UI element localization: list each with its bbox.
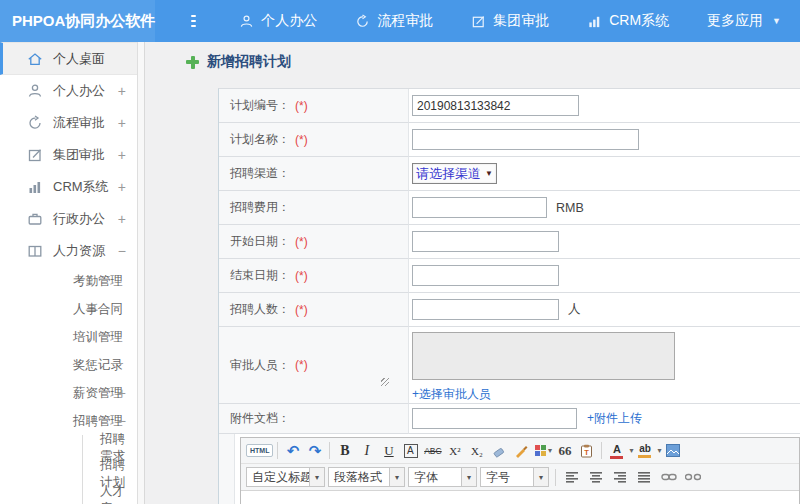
font-family-dropdown[interactable]: 字体 ▾ bbox=[408, 467, 477, 487]
underline-icon[interactable]: U bbox=[378, 441, 399, 461]
font-border-icon[interactable]: A bbox=[404, 444, 418, 458]
topnav-group-approval[interactable]: 集团审批 bbox=[471, 12, 549, 30]
sidebar-item-hr-contracts[interactable]: 人事合同 bbox=[0, 295, 137, 323]
sidebar-item-personal-desktop[interactable]: 个人桌面 bbox=[0, 42, 137, 75]
superscript-icon[interactable]: X² bbox=[444, 441, 465, 461]
field-value-cell: RMB bbox=[409, 191, 800, 225]
toolbar-separator bbox=[329, 442, 330, 459]
attachment-input[interactable] bbox=[412, 408, 577, 429]
textarea-resize-handle[interactable] bbox=[381, 378, 389, 386]
align-center-icon[interactable] bbox=[586, 467, 607, 487]
toolbar-separator bbox=[601, 442, 602, 459]
topnav-label: 集团审批 bbox=[493, 12, 549, 30]
plan-number-input[interactable] bbox=[412, 95, 579, 116]
expand-plus-icon[interactable]: + bbox=[118, 115, 126, 131]
format-brush-icon[interactable] bbox=[510, 441, 531, 461]
bold-icon[interactable]: B bbox=[334, 441, 355, 461]
custom-heading-dropdown[interactable]: 自定义标题 ▾ bbox=[246, 467, 325, 487]
edit-icon bbox=[27, 147, 44, 163]
align-left-icon[interactable] bbox=[562, 467, 583, 487]
subscript-icon[interactable]: X₂ bbox=[466, 441, 487, 461]
fee-input[interactable] bbox=[412, 197, 547, 218]
field-label-empty bbox=[219, 434, 235, 504]
end-date-input[interactable] bbox=[412, 265, 559, 286]
select-approvers-link[interactable]: +选择审批人员 bbox=[412, 386, 491, 403]
expand-plus-icon[interactable]: + bbox=[118, 83, 126, 99]
expand-plus-icon[interactable]: + bbox=[118, 211, 126, 227]
collapse-minus-icon[interactable]: − bbox=[118, 413, 126, 429]
paste-text-icon[interactable]: T bbox=[576, 441, 597, 461]
field-value-cell bbox=[409, 225, 800, 259]
font-size-dropdown[interactable]: 字号 ▾ bbox=[480, 467, 549, 487]
collapse-minus-icon[interactable]: − bbox=[118, 243, 126, 259]
topnav-process-approval[interactable]: 流程审批 bbox=[355, 12, 433, 30]
sidebar-item-label: 行政办公 bbox=[53, 210, 105, 228]
expand-plus-icon[interactable]: + bbox=[118, 147, 126, 163]
form-row-plan-name: 计划名称： (*) bbox=[219, 123, 800, 157]
sidebar-item-label: 集团审批 bbox=[53, 146, 105, 164]
field-label: 附件文档： bbox=[219, 404, 409, 434]
book-icon bbox=[27, 243, 44, 259]
required-mark: (*) bbox=[295, 133, 308, 147]
sidebar-item-process-approval[interactable]: 流程审批 + bbox=[0, 107, 137, 139]
top-header-bar: PHPOA协同办公软件 个人办公 流程审批 集团审批 CRM系统 更多应用 ▼ bbox=[0, 0, 800, 42]
sidebar-item-talent-pool[interactable]: 人才库 bbox=[0, 487, 137, 504]
form-row-approvers: 审批人员： (*) +选择审批人员 bbox=[219, 327, 800, 404]
align-right-icon[interactable] bbox=[610, 467, 631, 487]
field-value-cell: +附件上传 bbox=[409, 404, 800, 434]
plan-name-input[interactable] bbox=[412, 129, 639, 150]
topnav-more-apps[interactable]: 更多应用 ▼ bbox=[707, 12, 781, 30]
app-logo: PHPOA协同办公软件 bbox=[0, 0, 155, 42]
form-row-fee: 招聘费用： RMB bbox=[219, 191, 800, 225]
insert-image-icon[interactable] bbox=[662, 441, 683, 461]
align-justify-icon[interactable] bbox=[634, 467, 655, 487]
editor-content-area[interactable] bbox=[241, 491, 799, 504]
eraser-icon[interactable] bbox=[488, 441, 509, 461]
sidebar-item-crm-system[interactable]: CRM系统 + bbox=[0, 171, 137, 203]
redo-icon[interactable]: ↷ bbox=[304, 441, 325, 461]
insert-link-icon[interactable] bbox=[658, 467, 679, 487]
highlight-color-icon[interactable]: ab bbox=[634, 441, 655, 461]
strikethrough-icon[interactable]: ABC bbox=[422, 441, 443, 461]
sidebar-item-training-mgmt[interactable]: 培训管理 bbox=[0, 323, 137, 351]
process-icon bbox=[355, 14, 370, 29]
caret-down-icon: ▾ bbox=[309, 468, 324, 486]
sidebar-item-salary-mgmt[interactable]: 薪资管理 + bbox=[0, 379, 137, 407]
caret-down-icon: ▾ bbox=[548, 446, 552, 455]
sidebar-item-admin-office[interactable]: 行政办公 + bbox=[0, 203, 137, 235]
italic-icon[interactable]: I bbox=[356, 441, 377, 461]
paragraph-format-dropdown[interactable]: 段落格式 ▾ bbox=[328, 467, 405, 487]
start-date-input[interactable] bbox=[412, 231, 559, 252]
topnav-personal-office[interactable]: 个人办公 bbox=[239, 12, 317, 30]
sidebar-item-personal-office[interactable]: 个人办公 + bbox=[0, 75, 137, 107]
sidebar-scrollbar[interactable] bbox=[138, 42, 145, 504]
form-row-editor: HTML ↶ ↷ B I U A ABC X² X₂ ▾ bbox=[219, 434, 800, 504]
channel-select[interactable]: 请选择渠道 ▼ bbox=[412, 163, 497, 184]
sidebar-item-label: 个人办公 bbox=[53, 82, 105, 100]
process-icon bbox=[27, 115, 44, 131]
undo-icon[interactable]: ↶ bbox=[282, 441, 303, 461]
caret-down-icon: ▼ bbox=[485, 169, 493, 178]
sidebar-item-reward-records[interactable]: 奖惩记录 bbox=[0, 351, 137, 379]
sidebar-item-label: 流程审批 bbox=[53, 114, 105, 132]
fee-unit-label: RMB bbox=[556, 201, 584, 215]
field-label: 招聘费用： bbox=[219, 191, 409, 225]
font-color-icon[interactable]: A bbox=[606, 441, 627, 461]
expand-plus-icon[interactable]: + bbox=[118, 179, 126, 195]
blockquote-icon[interactable]: 66 bbox=[554, 441, 575, 461]
html-source-button[interactable]: HTML bbox=[246, 444, 273, 457]
sidebar-item-human-resources[interactable]: 人力资源 − bbox=[0, 235, 137, 267]
field-value-cell: HTML ↶ ↷ B I U A ABC X² X₂ ▾ bbox=[235, 434, 800, 504]
sidebar-item-group-approval[interactable]: 集团审批 + bbox=[0, 139, 137, 171]
sidebar-item-attendance-mgmt[interactable]: 考勤管理 bbox=[0, 267, 137, 295]
sidebar-item-label: 人才库 bbox=[100, 483, 137, 504]
approvers-textarea[interactable] bbox=[412, 332, 675, 380]
topnav-crm-system[interactable]: CRM系统 bbox=[587, 12, 669, 30]
expand-plus-icon[interactable]: + bbox=[118, 385, 126, 401]
hamburger-menu-icon[interactable] bbox=[191, 12, 196, 30]
attachment-upload-link[interactable]: +附件上传 bbox=[587, 410, 642, 427]
headcount-input[interactable] bbox=[412, 299, 559, 320]
color-palette-icon[interactable]: ▾ bbox=[532, 441, 553, 461]
chart-icon bbox=[27, 179, 44, 195]
remove-link-icon[interactable] bbox=[682, 467, 703, 487]
